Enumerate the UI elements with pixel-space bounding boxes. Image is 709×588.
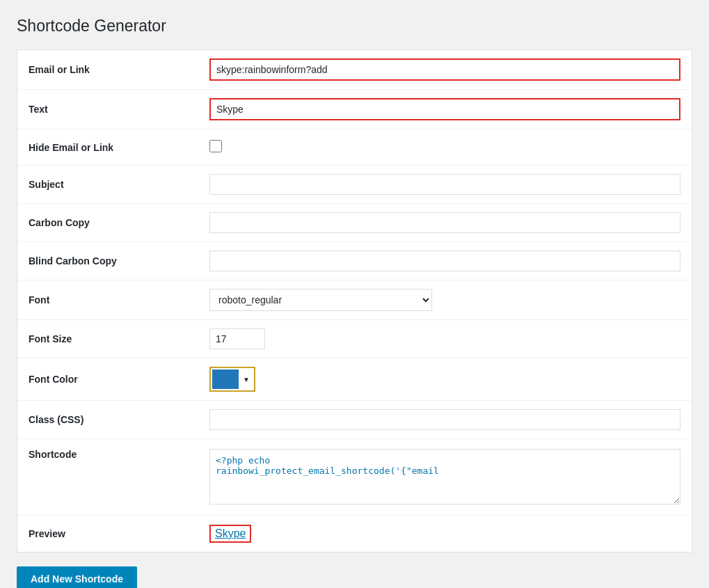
preview-link[interactable]: Skype	[209, 525, 251, 543]
input-subject[interactable]	[209, 174, 680, 195]
row-font: Font roboto_regular roboto_bold arial ti…	[17, 280, 692, 320]
control-blind-carbon-copy	[209, 251, 680, 271]
color-dropdown-arrow-icon[interactable]: ▼	[240, 376, 253, 383]
label-carbon-copy: Carbon Copy	[29, 217, 209, 228]
label-shortcode: Shortcode	[29, 449, 209, 460]
add-new-shortcode-button[interactable]: Add New Shortcode	[17, 566, 137, 588]
control-class-css	[209, 409, 680, 430]
button-row: Add New Shortcode	[17, 561, 692, 588]
checkbox-hide-email-or-link[interactable]	[209, 140, 222, 152]
label-blind-carbon-copy: Blind Carbon Copy	[29, 255, 209, 267]
label-preview: Preview	[29, 528, 209, 539]
control-carbon-copy	[209, 212, 680, 233]
page-title: Shortcode Generator	[17, 17, 692, 35]
input-blind-carbon-copy[interactable]	[209, 251, 680, 271]
row-email-or-link: Email or Link	[17, 50, 692, 90]
row-hide-email-or-link: Hide Email or Link	[17, 129, 692, 166]
control-shortcode: <?php echo rainbowi_protect_email_shortc…	[209, 449, 680, 507]
row-font-size: Font Size	[17, 320, 692, 358]
input-carbon-copy[interactable]	[209, 212, 680, 233]
row-text: Text	[17, 90, 692, 129]
label-class-css: Class (CSS)	[29, 414, 209, 425]
control-email-or-link	[209, 58, 680, 81]
row-carbon-copy: Carbon Copy	[17, 204, 692, 242]
row-font-color: Font Color ▼	[17, 358, 692, 401]
row-class-css: Class (CSS)	[17, 401, 692, 439]
control-hide-email-or-link	[209, 140, 680, 154]
row-subject: Subject	[17, 166, 692, 204]
label-hide-email-or-link: Hide Email or Link	[29, 142, 209, 153]
label-font-color: Font Color	[29, 374, 209, 385]
row-blind-carbon-copy: Blind Carbon Copy	[17, 242, 692, 280]
control-subject	[209, 174, 680, 195]
input-class-css[interactable]	[209, 409, 680, 430]
input-font-size[interactable]	[209, 328, 265, 349]
page-wrapper: Shortcode Generator Email or Link Text H…	[17, 17, 692, 588]
form-container: Email or Link Text Hide Email or Link Su…	[17, 49, 692, 553]
label-subject: Subject	[29, 179, 209, 190]
label-font: Font	[29, 294, 209, 305]
select-font[interactable]: roboto_regular roboto_bold arial times_n…	[209, 289, 432, 311]
control-font-color: ▼	[209, 367, 680, 392]
input-email-or-link[interactable]	[209, 58, 680, 81]
control-font: roboto_regular roboto_bold arial times_n…	[209, 289, 680, 311]
color-swatch	[212, 370, 239, 389]
input-text[interactable]	[209, 98, 680, 120]
row-preview: Preview Skype	[17, 516, 692, 552]
control-font-size	[209, 328, 680, 349]
label-email-or-link: Email or Link	[29, 64, 209, 75]
control-text	[209, 98, 680, 120]
control-preview: Skype	[209, 525, 680, 543]
row-shortcode: Shortcode <?php echo rainbowi_protect_em…	[17, 439, 692, 516]
label-font-size: Font Size	[29, 333, 209, 344]
color-picker[interactable]: ▼	[209, 367, 255, 392]
textarea-shortcode[interactable]: <?php echo rainbowi_protect_email_shortc…	[209, 449, 680, 504]
label-text: Text	[29, 104, 209, 115]
